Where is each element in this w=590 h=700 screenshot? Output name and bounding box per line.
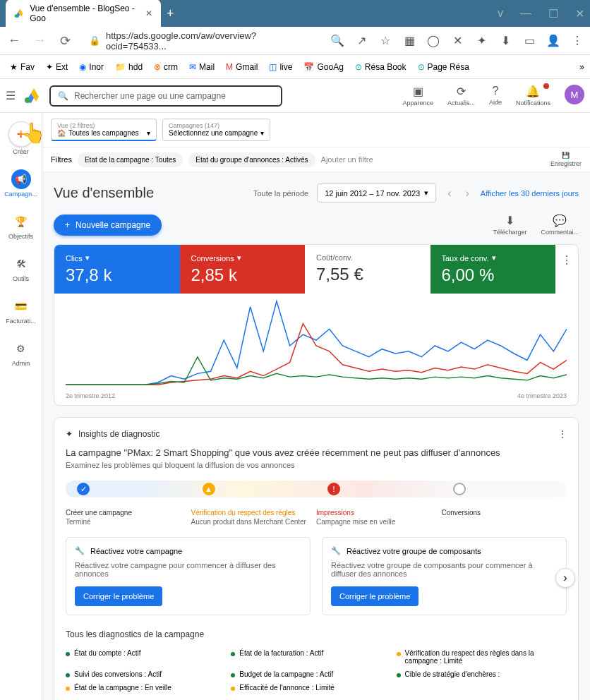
- reload-button[interactable]: ⟳: [56, 33, 73, 49]
- sidebar-campaigns[interactable]: 📢 Campagn...: [1, 167, 40, 200]
- progress-bar: ✓ ▲ !: [66, 481, 567, 497]
- forward-button[interactable]: →: [31, 33, 48, 48]
- close-window-icon[interactable]: ✕: [575, 7, 584, 20]
- bookmark-ext[interactable]: ✦Ext: [42, 59, 72, 75]
- chevron-down-icon: ▾: [85, 253, 90, 262]
- search-input[interactable]: 🔍 Rechercher une page ou une campagne: [49, 85, 282, 107]
- bookmark-mail[interactable]: ✉Mail: [185, 59, 219, 75]
- diagnostics-list: État du compte : ActifÉtat de la factura…: [66, 646, 567, 694]
- card-menu-icon[interactable]: ⋮: [555, 245, 578, 294]
- minimize-icon[interactable]: v: [498, 7, 503, 20]
- avatar[interactable]: M: [565, 85, 584, 104]
- comments-button[interactable]: 💬Commentai...: [541, 214, 579, 236]
- step-conversions: Conversions: [442, 509, 567, 526]
- status-dot: [231, 687, 235, 691]
- next-period-button[interactable]: ›: [462, 184, 471, 203]
- last-30-days-link[interactable]: Afficher les 30 derniers jours: [481, 189, 579, 198]
- google-ads-logo: [24, 88, 41, 104]
- next-card-button[interactable]: ›: [555, 568, 575, 588]
- url-field[interactable]: 🔒 https://ads.google.com/aw/overview?oci…: [82, 26, 322, 56]
- maximize-icon[interactable]: ☐: [548, 7, 558, 20]
- add-filter-link[interactable]: Ajouter un filtre: [321, 155, 373, 164]
- bookmark-resabook[interactable]: ⊙Résa Book: [351, 59, 411, 75]
- insights-card: ✦ Insights de diagnostic ⋮ La campagne "…: [54, 417, 579, 700]
- bookmarks-bar: ★Fav ✦Ext ◉Inor 📁hdd ⊗crm ✉Mail MGmail ◫…: [0, 55, 590, 79]
- ext-icon[interactable]: ▦: [402, 34, 416, 47]
- fix-button-2[interactable]: Corriger le problème: [331, 586, 419, 606]
- minimize-icon[interactable]: —: [520, 7, 531, 20]
- lock-icon: 🔒: [89, 35, 100, 46]
- check-icon: ✓: [77, 483, 90, 495]
- card-menu-icon[interactable]: ⋮: [558, 429, 567, 439]
- tile-clicks[interactable]: Clics ▾ 37,8 k: [54, 245, 180, 294]
- date-range-picker[interactable]: 12 juin 2012 – 17 nov. 2023 ▾: [317, 183, 436, 203]
- filter-chip-state[interactable]: Etat de la campagne : Toutes: [78, 152, 183, 167]
- tile-rate[interactable]: Taux de conv. ▾ 6,00 %: [431, 245, 556, 294]
- bookmark-gmail[interactable]: MGmail: [222, 59, 262, 75]
- prev-period-button[interactable]: ‹: [445, 184, 454, 203]
- metrics-card: Clics ▾ 37,8 k Conversions ▾ 2,85 k Coût…: [54, 244, 579, 406]
- pointer-cursor-icon: 👆: [21, 121, 46, 145]
- search-icon[interactable]: 🔍: [330, 34, 344, 47]
- notifications-button[interactable]: 🔔Notifications: [516, 85, 550, 107]
- diagnostic-item: Vérification du respect des règles dans …: [397, 646, 562, 668]
- ext-icon[interactable]: ◯: [426, 34, 440, 47]
- period-label: Toute la période: [253, 189, 308, 198]
- sidebar-billing[interactable]: 💳 Facturati...: [3, 294, 39, 327]
- tab-title: Vue d'ensemble - BlogSeo - Goo: [30, 4, 140, 23]
- share-icon[interactable]: ↗: [354, 34, 368, 47]
- campaign-dropdown[interactable]: Campagnes (147) Sélectionnez une campagn…: [162, 119, 270, 141]
- download-button[interactable]: ⬇Télécharger: [493, 214, 526, 236]
- bookmark-live[interactable]: ◫live: [265, 59, 296, 75]
- insights-message: La campagne "PMax: 2 Smart Shopping" que…: [66, 447, 567, 458]
- extensions-icon[interactable]: ✦: [474, 34, 488, 47]
- sidebar-objectives[interactable]: 🏆 Objectifs: [6, 209, 36, 243]
- step-create: Créer une campagne Terminé: [66, 509, 191, 526]
- bookmarks-overflow[interactable]: »: [579, 62, 584, 72]
- plus-icon: +: [65, 220, 70, 230]
- address-bar: ← → ⟳ 🔒 https://ads.google.com/aw/overvi…: [0, 27, 590, 55]
- menu-icon[interactable]: ⋮: [570, 34, 584, 47]
- bookmark-hdd[interactable]: 📁hdd: [111, 59, 147, 75]
- download-icon[interactable]: ⬇: [498, 34, 512, 47]
- sidebar-admin[interactable]: ⚙ Admin: [8, 336, 34, 370]
- bookmark-gooag[interactable]: 📅GooAg: [299, 59, 347, 75]
- new-tab-button[interactable]: +: [167, 6, 174, 21]
- ext-icon[interactable]: ✕: [450, 34, 464, 47]
- house-icon: 🏠: [57, 129, 66, 137]
- url-text: https://ads.google.com/aw/overview?ocid=…: [106, 30, 315, 52]
- tile-cost[interactable]: Coût/conv. 7,55 €: [305, 245, 431, 294]
- browser-tab[interactable]: Vue d'ensemble - BlogSeo - Goo ✕: [6, 0, 161, 28]
- search-icon: 🔍: [58, 91, 68, 101]
- back-button[interactable]: ←: [6, 33, 23, 48]
- bookmark-crm[interactable]: ⊗crm: [150, 59, 182, 75]
- save-button[interactable]: 💾Enregistrer: [550, 152, 582, 167]
- reading-icon[interactable]: ▭: [522, 34, 536, 47]
- error-icon: !: [327, 483, 340, 495]
- help-button[interactable]: ?Aide: [489, 85, 502, 107]
- browser-titlebar: Vue d'ensemble - BlogSeo - Goo ✕ + v — ☐…: [0, 0, 590, 27]
- fix-campaign-card: 🔧Réactivez votre campagne Réactivez votr…: [66, 537, 311, 615]
- star-icon[interactable]: ☆: [378, 34, 392, 47]
- view-dropdown[interactable]: Vue (2 filtres) 🏠Toutes les campagnes▾: [51, 119, 157, 141]
- line-chart: [66, 299, 567, 387]
- menu-icon[interactable]: ☰: [6, 89, 16, 102]
- page-title: Vue d'ensemble: [54, 185, 154, 201]
- diagnostic-item: État de la facturation : Actif: [231, 646, 396, 668]
- sidebar-tools[interactable]: 🛠 Outils: [8, 251, 34, 285]
- bookmark-pageresa[interactable]: ⊙Page Résa: [414, 59, 474, 75]
- close-tab-icon[interactable]: ✕: [145, 8, 152, 18]
- appearance-button[interactable]: ▣Apparence: [402, 85, 433, 107]
- fix-button-1[interactable]: Corriger le problème: [75, 586, 162, 606]
- app-header: ☰ 🔍 Rechercher une page ou une campagne …: [0, 79, 590, 113]
- diagnostic-item: Cible de stratégie d'enchères :: [397, 668, 562, 681]
- tile-conversions[interactable]: Conversions ▾ 2,85 k: [180, 245, 306, 294]
- status-dot: [66, 652, 70, 656]
- refresh-button[interactable]: ⟳Actualis...: [447, 85, 475, 107]
- filter-chip-adgroup[interactable]: Etat du groupe d'annonces : Activés: [188, 152, 315, 167]
- diagnostics-title: Tous les diagnostics de la campagne: [66, 629, 567, 639]
- bookmark-fav[interactable]: ★Fav: [6, 59, 39, 75]
- new-campaign-button[interactable]: + Nouvelle campagne: [54, 215, 162, 236]
- bookmark-inor[interactable]: ◉Inor: [75, 59, 108, 75]
- profile-icon[interactable]: 👤: [546, 34, 560, 47]
